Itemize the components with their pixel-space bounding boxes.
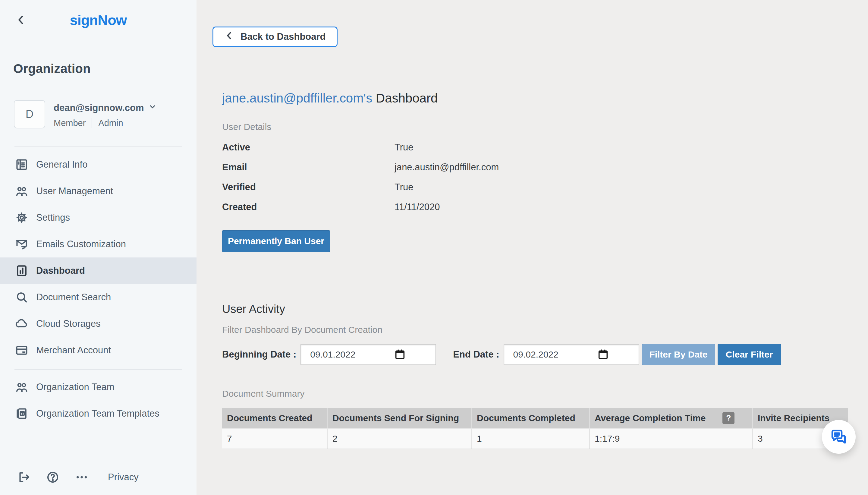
envelope-pen-icon: [15, 238, 28, 251]
detail-value: True: [395, 142, 414, 153]
sidebar-item-label: Cloud Storages: [36, 318, 101, 329]
template-icon: [15, 407, 28, 420]
calendar-icon[interactable]: [597, 348, 609, 361]
question-circle-icon: [46, 480, 60, 485]
sidebar-item-cloud-storages[interactable]: Cloud Storages: [0, 310, 196, 337]
back-to-dashboard-button[interactable]: Back to Dashboard: [212, 27, 337, 47]
help-button[interactable]: [46, 470, 60, 484]
sidebar-item-label: Organization Team: [36, 382, 115, 393]
sidebar-divider: [15, 369, 182, 370]
role-member: Member: [54, 118, 86, 128]
detail-label: Verified: [222, 182, 395, 193]
app-window: signNow Organization D dean@signnow.com …: [0, 0, 868, 495]
clear-filter-button[interactable]: Clear Filter: [717, 344, 781, 365]
beginning-date-field: [300, 344, 436, 365]
detail-row-created: Created 11/11/2020: [222, 197, 868, 217]
detail-row-email: Email jane.austin@pdffiller.com: [222, 157, 868, 177]
user-details-list: Active True Email jane.austin@pdffiller.…: [222, 137, 868, 217]
summary-value-documents-created: 7: [222, 428, 327, 449]
sidebar-item-label: General Info: [36, 159, 88, 170]
beginning-date-label: Beginning Date :: [222, 349, 296, 360]
detail-value: True: [395, 182, 414, 193]
chat-fab-button[interactable]: [822, 420, 856, 454]
filter-by-date-button[interactable]: Filter By Date: [642, 344, 715, 365]
detail-row-active: Active True: [222, 137, 868, 157]
summary-header-documents-created: Documents Created: [222, 408, 327, 428]
detail-value: 11/11/2020: [395, 202, 440, 212]
summary-value-avg-completion-time: 1:17:9: [590, 428, 752, 449]
end-date-label: End Date :: [453, 349, 499, 360]
ellipsis-icon: [75, 480, 89, 485]
users-icon: [15, 185, 28, 198]
document-summary-table: Documents Created Documents Send For Sig…: [222, 408, 848, 449]
privacy-link[interactable]: Privacy: [108, 472, 139, 483]
user-activity-title: User Activity: [222, 303, 868, 315]
end-date-input[interactable]: [504, 344, 639, 365]
user-menu[interactable]: dean@signnow.com: [54, 102, 157, 113]
summary-value-documents-send: 2: [327, 428, 472, 449]
search-icon: [15, 291, 28, 304]
organization-title: Organization: [13, 62, 196, 76]
sidebar-item-document-search[interactable]: Document Search: [0, 284, 196, 310]
summary-header-avg-completion-time: Average Completion Time ?: [590, 408, 752, 428]
detail-row-verified: Verified True: [222, 177, 868, 197]
sidebar: signNow Organization D dean@signnow.com …: [0, 0, 196, 495]
sidebar-item-settings[interactable]: Settings: [0, 204, 196, 231]
main-content: Back to Dashboard jane.austin@pdffiller.…: [196, 0, 868, 495]
sidebar-divider: [15, 146, 182, 147]
chevron-down-icon: [148, 102, 157, 113]
help-badge[interactable]: ?: [723, 412, 734, 424]
beginning-date-input[interactable]: [300, 344, 436, 365]
page-title: jane.austin@pdffiller.com's Dashboard: [222, 91, 868, 105]
sidebar-item-label: Document Search: [36, 292, 111, 303]
detail-label: Created: [222, 202, 395, 212]
detail-label: Email: [222, 162, 395, 173]
document-summary-title: Document Summary: [222, 389, 868, 399]
cloud-icon: [15, 317, 28, 330]
more-button[interactable]: [75, 470, 89, 484]
logout-icon: [17, 480, 31, 485]
sidebar-nav-secondary: Organization Team Organization Team Temp…: [0, 374, 196, 427]
sidebar-nav: General Info User Management Settings Em…: [0, 151, 196, 363]
sidebar-item-label: Settings: [36, 212, 70, 223]
back-button-label: Back to Dashboard: [241, 31, 326, 42]
summary-header-label: Average Completion Time: [595, 413, 706, 423]
logout-button[interactable]: [17, 470, 31, 484]
signnow-logo: signNow: [0, 12, 196, 28]
sidebar-item-dashboard[interactable]: Dashboard: [0, 257, 196, 284]
page-title-suffix: Dashboard: [372, 91, 438, 105]
sidebar-footer: Privacy: [0, 470, 196, 495]
users-icon: [15, 380, 28, 394]
sidebar-item-emails-customization[interactable]: Emails Customization: [0, 231, 196, 257]
sidebar-header: signNow: [0, 0, 196, 40]
chat-icon: [830, 428, 848, 446]
end-date-field: [504, 344, 639, 365]
summary-header-documents-completed: Documents Completed: [472, 408, 590, 428]
chevron-left-icon: [224, 31, 235, 43]
sidebar-item-general-info[interactable]: General Info: [0, 151, 196, 178]
sidebar-item-organization-team-templates[interactable]: Organization Team Templates: [0, 400, 196, 427]
bar-chart-icon: [15, 264, 28, 277]
gear-icon: [15, 211, 28, 224]
user-roles: Member Admin: [54, 118, 157, 128]
sidebar-item-merchant-account[interactable]: Merchant Account: [0, 337, 196, 363]
summary-header-documents-send: Documents Send For Signing: [327, 408, 472, 428]
detail-value: jane.austin@pdffiller.com: [395, 162, 499, 173]
user-email: dean@signnow.com: [54, 102, 144, 113]
sidebar-item-organization-team[interactable]: Organization Team: [0, 374, 196, 400]
calendar-icon[interactable]: [394, 348, 406, 361]
ban-user-button[interactable]: Permanently Ban User: [222, 230, 330, 252]
back-row: Back to Dashboard: [212, 27, 868, 47]
sidebar-item-label: User Management: [36, 186, 113, 197]
credit-card-icon: [15, 344, 28, 357]
sidebar-item-label: Dashboard: [36, 265, 85, 276]
summary-value-row: 7 2 1 1:17:9 3: [222, 428, 848, 449]
sidebar-item-label: Emails Customization: [36, 239, 126, 250]
user-card-info: dean@signnow.com Member Admin: [54, 100, 157, 129]
summary-header-row: Documents Created Documents Send For Sig…: [222, 408, 848, 428]
date-filter-row: Beginning Date : End Date : Filter By Da…: [222, 344, 868, 365]
user-details-title: User Details: [222, 122, 868, 132]
user-email-link[interactable]: jane.austin@pdffiller.com's: [222, 91, 372, 105]
sidebar-item-user-management[interactable]: User Management: [0, 178, 196, 204]
sidebar-item-label: Organization Team Templates: [36, 408, 159, 419]
